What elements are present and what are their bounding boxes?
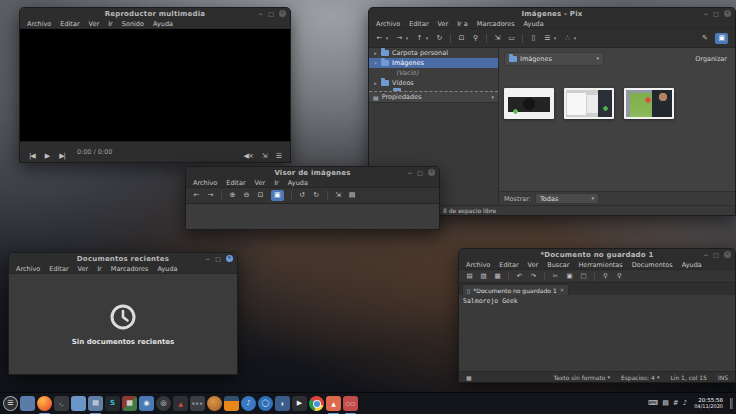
menu-item[interactable]: Ver (528, 261, 539, 269)
menu-item[interactable]: Sonido (122, 20, 144, 28)
menu-item[interactable]: Ir a (457, 20, 468, 28)
forward-icon[interactable]: → (207, 192, 214, 199)
list-caret-icon[interactable]: ▾ (553, 36, 557, 41)
close-button[interactable]: ✕ (428, 169, 435, 176)
terminal-icon[interactable]: ›_ (54, 396, 69, 411)
pix-titlebar[interactable]: Imágenes - Pix − □ ✕ (369, 8, 735, 19)
restore-button[interactable]: □ (215, 256, 221, 262)
keyboard-layout-icon[interactable]: ⌨ (648, 400, 658, 407)
menu-item[interactable]: Marcadores (111, 265, 149, 273)
video-area[interactable] (20, 29, 290, 141)
software-grid-icon[interactable]: ▦ (122, 396, 137, 411)
back-icon[interactable]: ← (193, 192, 200, 199)
rotate-right-icon[interactable]: ↻ (313, 192, 320, 199)
menu-item[interactable]: Ver (255, 179, 266, 187)
play-button-icon[interactable]: ▶ (45, 143, 49, 162)
restore-button[interactable]: □ (713, 252, 719, 258)
previous-button-icon[interactable]: |◀ (29, 143, 35, 162)
webcam-app-icon[interactable]: ◯◯ (343, 396, 358, 411)
menu-item[interactable]: Marcadores (477, 20, 515, 28)
text-editing-area[interactable]: Salmorejo Geek (459, 295, 735, 371)
list-view-icon[interactable]: ☰ (544, 35, 551, 42)
share-icon[interactable]: ∴ (564, 35, 571, 42)
slideshow-icon[interactable]: ▭ (508, 35, 515, 42)
pix-icon[interactable]: ▲ (326, 396, 341, 411)
properties-section-header[interactable]: ▤ Propiedades ▾ (369, 91, 498, 103)
zoom-out-icon[interactable]: ⊖ (243, 192, 250, 199)
restore-button[interactable]: □ (417, 170, 423, 176)
sidebar-item-videos[interactable]: ▸ Vídeos (369, 78, 498, 88)
show-desktop-strip[interactable] (730, 398, 733, 409)
text-editor-icon[interactable]: ▤ (88, 396, 103, 411)
media-player-app-icon[interactable]: ▶ (292, 396, 307, 411)
menu-item[interactable]: Ver (438, 20, 449, 28)
menu-item[interactable]: Archivo (16, 265, 40, 273)
menu-item[interactable]: Editar (49, 265, 68, 273)
redo-icon[interactable]: ↷ (530, 273, 537, 280)
edit-pencil-icon[interactable]: ✎ (701, 35, 708, 42)
cut-icon[interactable]: ✂ (552, 273, 559, 280)
image-viewer-titlebar[interactable]: Visor de imágenes − □ ✕ (186, 167, 439, 178)
firefox-icon[interactable] (37, 396, 52, 411)
close-button[interactable]: ✕ (226, 255, 233, 262)
refresh-icon[interactable]: ↻ (436, 35, 443, 42)
menu-item[interactable]: Ver (89, 20, 100, 28)
menu-item[interactable]: Ayuda (153, 20, 173, 28)
shotcut-icon[interactable]: S (105, 396, 120, 411)
menu-item[interactable]: Herramientas (578, 261, 622, 269)
mountain-app-icon[interactable]: ▲ (173, 396, 188, 411)
forward-icon[interactable]: → (396, 35, 403, 42)
expander-icon[interactable]: ▾ (373, 60, 378, 66)
menu-item[interactable]: Ver (78, 265, 89, 273)
fullscreen-icon[interactable]: ⇲ (262, 143, 267, 162)
restore-button[interactable]: □ (268, 11, 274, 17)
menu-item[interactable]: Editar (60, 20, 79, 28)
share-caret-icon[interactable]: ▾ (573, 36, 577, 41)
menu-item[interactable]: Ayuda (157, 265, 177, 273)
back-caret-icon[interactable]: ▾ (385, 36, 389, 41)
recorder-app-icon[interactable]: ◯ (258, 396, 273, 411)
search-icon[interactable]: ⚲ (602, 273, 609, 280)
search-icon[interactable]: ⚲ (472, 35, 479, 42)
menu-item[interactable]: Archivo (193, 179, 217, 187)
clock[interactable]: 20:55:58 04/11/2020 (694, 398, 723, 409)
close-button[interactable]: ✕ (279, 10, 286, 17)
location-dropdown[interactable]: Imágenes ▾ (504, 52, 604, 66)
x-app-icon[interactable]: ✕✕✕ (190, 396, 205, 411)
menu-item[interactable]: Ayuda (288, 179, 308, 187)
up-caret-icon[interactable]: ▾ (425, 36, 429, 41)
menu-item[interactable]: Ir (108, 20, 113, 28)
close-button[interactable]: ✕ (724, 10, 731, 17)
music-app-icon[interactable]: ♪ (241, 396, 256, 411)
tab-width-dropdown[interactable]: Espacios: 4 ▾ (621, 374, 659, 381)
terminal2-app-icon[interactable]: ▮ (275, 396, 290, 411)
monkey-app-icon[interactable] (207, 396, 222, 411)
chromium-icon[interactable] (309, 396, 324, 411)
up-icon[interactable]: ↑ (416, 35, 423, 42)
copy-icon[interactable]: ▣ (566, 273, 573, 280)
thumbnail-desktop-screenshot[interactable] (564, 88, 614, 119)
open-icon[interactable]: ▧ (480, 273, 487, 280)
expander-icon[interactable]: ▸ (373, 80, 378, 86)
menu-item[interactable]: Archivo (376, 20, 400, 28)
menu-item[interactable]: Editar (409, 20, 428, 28)
menu-item[interactable]: Ir (97, 265, 102, 273)
menu-item[interactable]: Archivo (466, 261, 490, 269)
fullscreen-icon[interactable]: ⊡ (458, 35, 465, 42)
next-button-icon[interactable]: ▶| (59, 143, 65, 162)
show-filter-dropdown[interactable]: Todas ▾ (535, 193, 599, 204)
replace-icon[interactable]: ⚲ (616, 273, 623, 280)
menu-item[interactable]: Editar (226, 179, 245, 187)
menu-item[interactable]: Ayuda (524, 20, 544, 28)
menu-item[interactable]: Ir (274, 179, 279, 187)
overview-map-icon[interactable]: ▦ (466, 374, 472, 381)
volume-tray-icon[interactable]: ♪ (683, 400, 687, 407)
document-tab[interactable]: ▯ *Documento no guardado 1 ✕ (462, 284, 569, 295)
tab-close-icon[interactable]: ✕ (560, 287, 565, 293)
menu-icon[interactable]: ☰ (3, 396, 18, 411)
close-button[interactable]: ✕ (724, 251, 731, 258)
rotate-left-icon[interactable]: ↺ (299, 192, 306, 199)
file-icon[interactable]: ▯ (530, 35, 537, 42)
browser-mode-icon[interactable]: ▣ (715, 33, 728, 44)
gallery-icon[interactable]: ▤ (349, 192, 356, 199)
